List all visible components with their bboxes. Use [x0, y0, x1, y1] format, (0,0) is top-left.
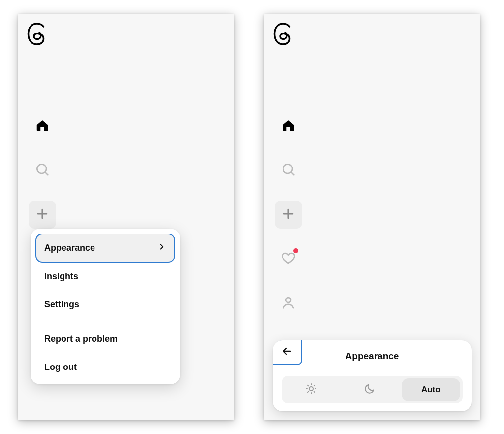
nav-compose[interactable] [275, 201, 302, 229]
nav-compose[interactable] [29, 201, 56, 229]
moon-icon [364, 383, 376, 397]
menu-item-label: Appearance [44, 243, 95, 253]
threads-logo [271, 22, 295, 46]
plus-icon [281, 206, 296, 223]
svg-point-3 [309, 387, 313, 391]
menu-divider [31, 322, 180, 322]
menu-item-logout[interactable]: Log out [35, 353, 175, 381]
menu-item-label: Report a problem [44, 334, 118, 344]
plus-icon [35, 206, 50, 223]
nav-home[interactable] [275, 112, 302, 140]
appearance-header: Appearance [273, 340, 472, 372]
screenshot-right: Appearance Auto [264, 14, 480, 420]
nav-home[interactable] [29, 112, 56, 140]
heart-icon [281, 251, 296, 267]
search-icon [281, 162, 296, 179]
chevron-right-icon [158, 242, 166, 254]
back-button[interactable] [273, 340, 302, 365]
theme-light-option[interactable] [282, 376, 340, 403]
nav-search[interactable] [29, 157, 56, 184]
notification-dot-icon [293, 248, 298, 253]
sidebar [275, 112, 302, 317]
theme-segmented-control: Auto [282, 376, 463, 403]
appearance-panel: Appearance Auto [273, 340, 472, 411]
nav-profile[interactable] [275, 290, 302, 317]
screenshot-left: Appearance Insights Settings Report a pr… [18, 14, 234, 420]
nav-activity[interactable] [275, 245, 302, 273]
theme-auto-option[interactable]: Auto [402, 378, 460, 401]
menu-item-report[interactable]: Report a problem [35, 325, 175, 353]
profile-icon [281, 295, 296, 312]
menu-item-label: Log out [44, 362, 77, 372]
theme-auto-label: Auto [421, 385, 441, 395]
home-icon [281, 118, 296, 134]
more-menu-popover: Appearance Insights Settings Report a pr… [31, 229, 180, 384]
svg-point-2 [286, 298, 291, 302]
theme-dark-option[interactable] [340, 376, 399, 403]
menu-item-insights[interactable]: Insights [35, 263, 175, 291]
home-icon [35, 118, 50, 134]
search-icon [35, 162, 50, 179]
menu-item-label: Insights [44, 271, 78, 282]
menu-item-label: Settings [44, 300, 79, 310]
menu-item-settings[interactable]: Settings [35, 291, 175, 319]
appearance-title: Appearance [346, 351, 399, 362]
menu-item-appearance[interactable]: Appearance [35, 234, 175, 263]
nav-search[interactable] [275, 157, 302, 184]
sun-icon [305, 383, 317, 397]
arrow-left-icon [281, 345, 293, 359]
threads-logo [25, 22, 49, 46]
